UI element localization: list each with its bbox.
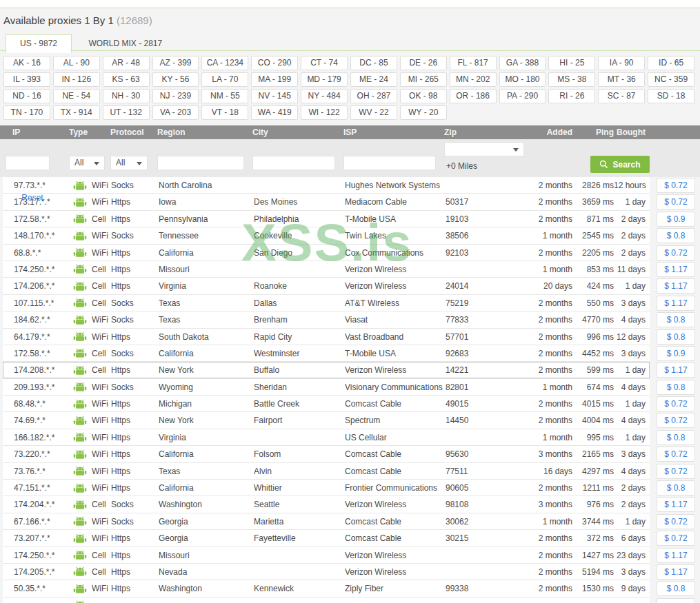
table-row[interactable]: 73.76.*.*WiFiHttpsTexasAlvinComcast Cabl… xyxy=(0,463,700,480)
state-filter-button[interactable]: AZ - 399 xyxy=(152,56,199,70)
price-button[interactable]: $ 0.72 xyxy=(657,413,695,428)
state-filter-button[interactable]: NE - 54 xyxy=(53,89,100,103)
state-filter-button[interactable]: OH - 287 xyxy=(350,89,397,103)
table-row[interactable]: 64.179.*.*WiFiHttpsSouth DakotaRapid Cit… xyxy=(0,329,700,345)
isp-filter-input[interactable] xyxy=(343,156,436,170)
state-filter-button[interactable]: UT - 132 xyxy=(103,105,150,120)
state-filter-button[interactable]: TN - 170 xyxy=(3,105,50,120)
table-row[interactable]: 174.205.*.*CellHttpsNevadaVerizon Wirele… xyxy=(0,564,700,580)
state-filter-button[interactable]: OR - 186 xyxy=(450,89,497,103)
state-filter-button[interactable]: ID - 65 xyxy=(648,56,694,70)
state-filter-button[interactable]: CO - 290 xyxy=(251,56,298,70)
state-filter-button[interactable]: NC - 359 xyxy=(648,72,694,87)
price-button[interactable]: $ 0.72 xyxy=(657,194,695,209)
state-filter-button[interactable]: KY - 56 xyxy=(152,72,199,87)
reset-button[interactable]: Reset xyxy=(21,193,43,203)
column-header-added[interactable]: Added xyxy=(526,125,572,139)
column-header-ip[interactable]: IP xyxy=(3,125,69,139)
table-row[interactable]: 148.170.*.*WiFiSocksTennesseeCookevilleT… xyxy=(0,227,700,244)
column-header-city[interactable]: City xyxy=(252,125,343,139)
state-filter-button[interactable]: CA - 1234 xyxy=(201,56,248,70)
price-button[interactable]: $ 1.17 xyxy=(657,262,695,277)
price-button[interactable]: $ 1.17 xyxy=(657,296,695,311)
state-filter-button[interactable]: WA - 419 xyxy=(251,105,298,120)
state-filter-button[interactable]: AR - 48 xyxy=(103,56,150,70)
state-filter-button[interactable]: OK - 98 xyxy=(400,89,447,103)
table-row[interactable]: 184.62.*.*WiFiSocksTexasBrenhamViasat778… xyxy=(0,311,700,328)
price-button[interactable]: $ 0.8 xyxy=(657,480,695,495)
zip-filter-select[interactable] xyxy=(444,142,524,156)
table-row[interactable]: 68.48.*.*WiFiHttpsMichiganBattle CreekCo… xyxy=(0,396,700,412)
table-row[interactable]: 172.58.*.*CellSocksCaliforniaWestminster… xyxy=(0,345,700,362)
table-row[interactable]: 174.250.*.*CellHttpsMissouriVerizon Wire… xyxy=(0,261,700,278)
price-button[interactable]: $ 0.72 xyxy=(657,178,695,193)
state-filter-button[interactable]: PA - 290 xyxy=(499,89,546,103)
price-button[interactable]: $ 0.8 xyxy=(657,430,695,445)
state-filter-button[interactable]: DC - 85 xyxy=(350,56,397,70)
price-button[interactable]: $ 0.72 xyxy=(657,464,695,479)
ip-filter-input[interactable] xyxy=(6,156,50,170)
price-button[interactable]: $ 1.17 xyxy=(657,278,695,294)
state-filter-button[interactable]: MO - 180 xyxy=(499,72,546,87)
state-filter-button[interactable]: WV - 22 xyxy=(350,105,397,120)
search-button[interactable]: Search xyxy=(590,156,650,173)
state-filter-button[interactable]: MS - 38 xyxy=(548,72,595,87)
table-row[interactable]: 174.208.*.*CellHttpsNew YorkBuffaloVeriz… xyxy=(0,362,700,378)
state-filter-button[interactable]: LA - 70 xyxy=(201,72,248,87)
state-filter-button[interactable]: NJ - 239 xyxy=(152,89,199,103)
table-row[interactable]: 209.193.*.*WiFiSocksWyomingSheridanVisio… xyxy=(0,379,700,396)
table-row[interactable]: 73.220.*.*WiFiHttpsCaliforniaFolsomComca… xyxy=(0,446,700,462)
state-filter-button[interactable]: AK - 16 xyxy=(3,56,50,70)
table-row[interactable] xyxy=(0,597,700,603)
table-row[interactable]: 172.58.*.*CellHttpsPennsylvaniaPhiladelp… xyxy=(0,211,700,227)
table-row[interactable]: 73.207.*.*WiFiHttpsGeorgiaFayettevilleCo… xyxy=(0,530,700,546)
state-filter-button[interactable]: SC - 87 xyxy=(598,89,645,103)
state-filter-button[interactable]: GA - 388 xyxy=(499,56,546,70)
column-header-type[interactable]: Type xyxy=(69,125,110,139)
state-filter-button[interactable]: WI - 122 xyxy=(301,105,348,120)
state-filter-button[interactable]: SD - 18 xyxy=(648,89,694,103)
price-button[interactable]: $ 0.8 xyxy=(657,228,695,243)
state-filter-button[interactable]: MI - 265 xyxy=(400,72,447,87)
state-filter-button[interactable]: ME - 24 xyxy=(350,72,397,87)
table-row[interactable]: 107.115.*.*CellSocksTexasDallasAT&T Wire… xyxy=(0,295,700,311)
state-filter-button[interactable]: MA - 199 xyxy=(251,72,298,87)
table-row[interactable]: 97.73.*.*WiFiSocksNorth CarolinaHughes N… xyxy=(0,177,700,194)
state-filter-button[interactable]: MT - 36 xyxy=(598,72,645,87)
column-header-zip[interactable]: Zip xyxy=(444,125,526,139)
state-filter-button[interactable]: WY - 20 xyxy=(400,105,447,120)
price-button[interactable]: $ 0.72 xyxy=(657,531,695,546)
price-button[interactable]: $ 0.72 xyxy=(657,514,695,529)
state-filter-button[interactable]: FL - 817 xyxy=(450,56,497,70)
price-button[interactable]: $ 1.17 xyxy=(657,362,695,378)
table-row[interactable]: 174.250.*.*CellHttpsMissouriVerizon Wire… xyxy=(0,547,700,564)
state-filter-button[interactable]: MN - 202 xyxy=(450,72,497,87)
tab-world-mix[interactable]: WORLD MIX - 2817 xyxy=(74,35,176,52)
table-row[interactable]: 74.69.*.*WiFiHttpsNew YorkFairportSpectr… xyxy=(0,412,700,429)
tab-us[interactable]: US - 9872 xyxy=(6,34,72,53)
price-button[interactable]: $ 0.8 xyxy=(657,329,695,345)
state-filter-button[interactable]: RI - 26 xyxy=(548,89,595,103)
state-filter-button[interactable]: IN - 126 xyxy=(53,72,100,87)
state-filter-button[interactable]: TX - 914 xyxy=(53,105,100,120)
state-filter-button[interactable]: AL - 90 xyxy=(53,56,100,70)
state-filter-button[interactable]: VA - 203 xyxy=(152,105,199,120)
state-filter-button[interactable]: NY - 484 xyxy=(301,89,348,103)
price-button[interactable]: $ 0.8 xyxy=(657,581,695,596)
column-header-ping[interactable]: Ping xyxy=(572,125,614,139)
state-filter-button[interactable]: IL - 393 xyxy=(3,72,50,87)
price-button[interactable]: $ 0.72 xyxy=(657,245,695,260)
table-row[interactable]: 67.166.*.*WiFiSocksGeorgiaMariettaComcas… xyxy=(0,513,700,530)
type-filter-select[interactable]: All xyxy=(69,156,105,170)
column-header-protocol[interactable]: Protocol xyxy=(110,125,157,139)
price-button[interactable]: $ 1.17 xyxy=(657,548,695,563)
state-filter-button[interactable]: CT - 74 xyxy=(301,56,348,70)
protocol-filter-select[interactable]: All xyxy=(110,156,148,170)
price-button[interactable]: $ 0.72 xyxy=(657,396,695,411)
price-button[interactable]: $ 0.72 xyxy=(657,447,695,462)
state-filter-button[interactable]: HI - 25 xyxy=(548,56,595,70)
state-filter-button[interactable]: NM - 55 xyxy=(201,89,248,103)
price-button[interactable]: $ 1.17 xyxy=(657,497,695,512)
table-row[interactable]: 173.17.*.*WiFiHttpsIowaDes MoinesMediaco… xyxy=(0,194,700,210)
price-button[interactable]: $ 0.8 xyxy=(657,312,695,327)
